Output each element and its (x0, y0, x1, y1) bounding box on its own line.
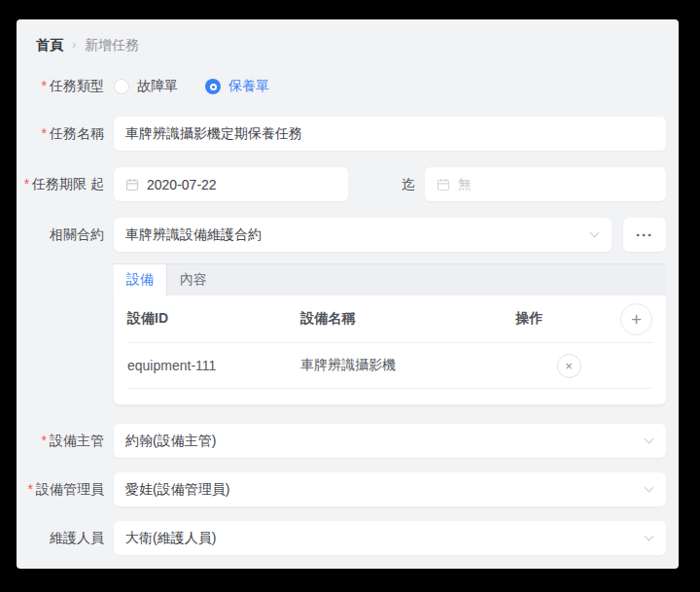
calendar-icon (125, 178, 139, 192)
equipment-tab-card: 設備 內容 設備ID 設備名稱 操作 equipment-111 (114, 263, 666, 404)
task-name-value: 車牌辨識攝影機定期保養任務 (125, 125, 302, 143)
required-marker: * (42, 125, 47, 141)
maintenance-staff-select[interactable]: 大衛(維護人員) (114, 521, 666, 555)
equipment-section-row: 設備 內容 設備ID 設備名稱 操作 equipment-111 (17, 263, 666, 404)
equipment-tab-panel: 設備ID 設備名稱 操作 equipment-111 車牌辨識攝影機 × (114, 296, 666, 404)
equipment-admin-label: *設備管理員 (17, 481, 104, 499)
radio-unchecked-icon (114, 79, 129, 94)
column-header-equipment-id: 設備ID (127, 310, 300, 328)
equipment-admin-select[interactable]: 愛娃(設備管理員) (114, 472, 666, 506)
breadcrumb-current: 新增任務 (85, 35, 139, 54)
maintenance-staff-value: 大衛(維護人員) (125, 530, 216, 547)
required-marker: * (28, 481, 33, 497)
related-contract-select[interactable]: 車牌辨識設備維護合約 (114, 218, 612, 252)
equipment-supervisor-select[interactable]: 約翰(設備主管) (114, 424, 666, 458)
equipment-id-cell: equipment-111 (127, 358, 300, 373)
related-contract-value: 車牌辨識設備維護合約 (125, 226, 262, 244)
chevron-down-icon (590, 228, 600, 238)
new-task-form: *任務類型 故障單 保養單 *任務名稱 車牌辨識攝影機定期保養任務 (17, 78, 679, 555)
breadcrumb-separator-icon: › (72, 35, 76, 54)
radio-option-label: 保養單 (228, 78, 269, 95)
new-task-page: 首頁 › 新增任務 *任務類型 故障單 保養單 *任務名稱 (17, 19, 679, 569)
column-header-equipment-name: 設備名稱 (300, 310, 515, 328)
remove-equipment-button[interactable]: × (557, 354, 581, 378)
breadcrumb-home-link[interactable]: 首頁 (36, 35, 63, 54)
tab-bar: 設備 內容 (114, 263, 666, 296)
equipment-table-header: 設備ID 設備名稱 操作 (127, 296, 652, 343)
end-date-placeholder: 無 (458, 176, 472, 193)
task-deadline-label: *任務期限 起 (17, 176, 104, 193)
task-type-radio-group: 故障單 保養單 (114, 78, 666, 95)
required-marker: * (42, 78, 47, 93)
close-icon: × (565, 359, 573, 373)
chevron-down-icon (645, 435, 654, 444)
task-name-input[interactable]: 車牌辨識攝影機定期保養任務 (114, 117, 666, 151)
tab-equipment[interactable]: 設備 (114, 264, 167, 296)
start-date-value: 2020-07-22 (147, 177, 217, 192)
add-equipment-button[interactable]: + (620, 303, 652, 335)
calendar-icon (437, 178, 450, 192)
related-contract-row: 相關合約 車牌辨識設備維護合約 ··· (17, 218, 666, 252)
task-name-label: *任務名稱 (17, 125, 104, 143)
maintenance-staff-label: 維護人員 (17, 530, 104, 547)
equipment-table: 設備ID 設備名稱 操作 equipment-111 車牌辨識攝影機 × (127, 296, 652, 389)
required-marker: * (42, 433, 47, 448)
task-type-label: *任務類型 (17, 78, 104, 95)
deadline-end-label: 迄 (402, 176, 415, 193)
breadcrumb: 首頁 › 新增任務 (17, 19, 679, 54)
table-row: equipment-111 車牌辨識攝影機 × (127, 343, 652, 389)
equipment-name-cell: 車牌辨識攝影機 (300, 357, 515, 374)
radio-checked-icon (205, 79, 221, 94)
maintenance-staff-row: 維護人員 大衛(維護人員) (17, 521, 666, 555)
radio-option-label: 故障單 (137, 78, 178, 95)
radio-option-maintenance-order[interactable]: 保養單 (205, 78, 269, 95)
radio-option-fault-order[interactable]: 故障單 (114, 78, 178, 95)
related-contract-label: 相關合約 (17, 226, 104, 244)
tab-content[interactable]: 內容 (167, 264, 220, 296)
task-name-row: *任務名稱 車牌辨識攝影機定期保養任務 (17, 117, 666, 151)
equipment-supervisor-row: *設備主管 約翰(設備主管) (17, 424, 666, 458)
chevron-down-icon (645, 483, 654, 493)
required-marker: * (24, 176, 29, 192)
task-type-row: *任務類型 故障單 保養單 (17, 78, 666, 95)
end-date-picker[interactable]: 無 (425, 167, 666, 201)
chevron-down-icon (645, 532, 654, 541)
plus-icon: + (631, 309, 642, 331)
task-deadline-row: *任務期限 起 2020-07-22 迄 (17, 167, 666, 201)
start-date-picker[interactable]: 2020-07-22 (114, 167, 348, 201)
equipment-admin-value: 愛娃(設備管理員) (125, 481, 229, 499)
equipment-admin-row: *設備管理員 愛娃(設備管理員) (17, 472, 666, 506)
contract-more-button[interactable]: ··· (623, 218, 666, 252)
equipment-supervisor-value: 約翰(設備主管) (125, 433, 216, 450)
equipment-supervisor-label: *設備主管 (17, 433, 104, 450)
